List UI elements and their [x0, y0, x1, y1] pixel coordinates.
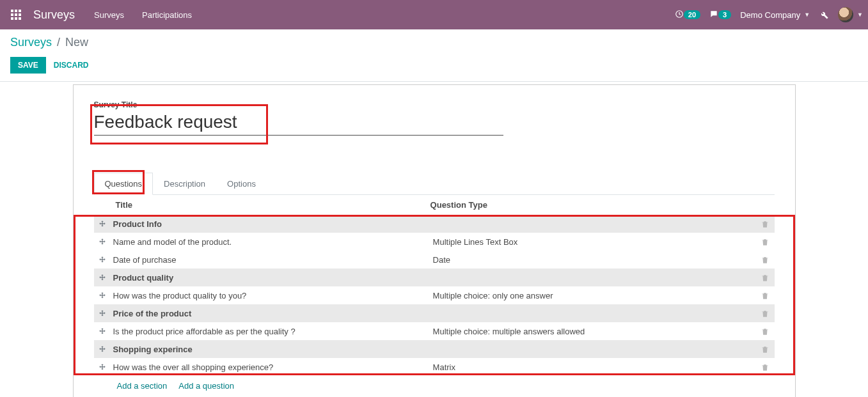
add-row-links: Add a section Add a question: [94, 376, 775, 391]
add-question-link[interactable]: Add a question: [178, 381, 234, 391]
row-type: Date: [430, 251, 755, 269]
col-type: Question Type: [430, 195, 755, 215]
drag-handle-icon[interactable]: [98, 237, 107, 246]
row-type: [430, 269, 755, 286]
nav-right: 20 3 Demo Company ▼ ▼: [675, 7, 863, 22]
discard-button[interactable]: Discard: [54, 61, 89, 70]
breadcrumb-sep: /: [57, 36, 60, 49]
survey-title-label: Survey Title: [94, 100, 775, 109]
tab-questions[interactable]: Questions: [94, 173, 154, 195]
row-title: How was the over all shopping experience…: [111, 358, 430, 376]
question-row[interactable]: How was the product quality to you?Multi…: [94, 286, 775, 304]
question-row[interactable]: Date of purchaseDate: [94, 251, 775, 269]
delete-icon[interactable]: [761, 326, 769, 336]
drag-handle-icon[interactable]: [98, 344, 107, 354]
tab-options[interactable]: Options: [216, 173, 267, 194]
drag-handle-icon[interactable]: [98, 326, 107, 336]
drag-handle-icon[interactable]: [98, 272, 107, 282]
row-title: Product quality: [111, 269, 430, 286]
delete-icon[interactable]: [761, 272, 769, 282]
question-row[interactable]: Name and model of the product.Multiple L…: [94, 233, 775, 251]
delete-icon[interactable]: [761, 219, 769, 228]
apps-icon[interactable]: [5, 4, 27, 26]
question-row[interactable]: How was the over all shopping experience…: [94, 358, 775, 376]
drag-handle-icon[interactable]: [98, 308, 107, 318]
clock-icon: [675, 10, 684, 20]
delete-icon[interactable]: [761, 308, 769, 318]
nav-link-participations[interactable]: Participations: [134, 5, 200, 25]
row-type: Matrix: [430, 358, 755, 376]
chat-badge: 3: [718, 10, 731, 19]
activity-indicator[interactable]: 20: [675, 10, 700, 20]
row-title: Product Info: [111, 215, 430, 233]
delete-icon[interactable]: [761, 290, 769, 300]
messaging-indicator[interactable]: 3: [709, 10, 731, 20]
drag-handle-icon[interactable]: [98, 290, 107, 300]
delete-icon[interactable]: [761, 344, 769, 354]
dev-tools-icon[interactable]: [819, 10, 829, 20]
navbar: Surveys Surveys Participations 20 3 Demo…: [0, 0, 868, 29]
row-title: How was the product quality to you?: [111, 286, 430, 304]
nav-link-surveys[interactable]: Surveys: [86, 5, 132, 25]
delete-icon[interactable]: [761, 254, 769, 264]
nav-menu: Surveys Participations: [86, 5, 200, 25]
delete-icon[interactable]: [761, 362, 769, 371]
row-type: [430, 304, 755, 322]
row-title: Date of purchase: [111, 251, 430, 269]
drag-handle-icon[interactable]: [98, 254, 107, 264]
drag-handle-icon[interactable]: [98, 219, 107, 228]
activity-badge: 20: [684, 10, 700, 19]
add-section-link[interactable]: Add a section: [117, 381, 168, 391]
row-title: Is the product price affordable as per t…: [111, 322, 430, 340]
chat-icon: [709, 10, 718, 20]
breadcrumb: Surveys / New: [10, 36, 858, 49]
save-button[interactable]: Save: [10, 57, 46, 74]
main-scroll[interactable]: Survey Title Questions Description Optio…: [0, 78, 868, 397]
section-row[interactable]: Product Info: [94, 215, 775, 233]
questions-table: Title Question Type Product InfoName and…: [94, 195, 775, 376]
drag-handle-icon[interactable]: [98, 362, 107, 371]
control-bar: Surveys / New Save Discard: [0, 29, 868, 82]
company-name: Demo Company: [740, 10, 800, 20]
row-type: Multiple Lines Text Box: [430, 233, 755, 251]
app-brand[interactable]: Surveys: [33, 8, 75, 22]
delete-icon[interactable]: [761, 237, 769, 246]
col-title: Title: [111, 195, 430, 215]
tab-description[interactable]: Description: [153, 173, 216, 194]
breadcrumb-current: New: [65, 36, 88, 49]
row-title: Shopping experince: [111, 340, 430, 358]
company-switcher[interactable]: Demo Company ▼: [740, 10, 810, 20]
tab-bar: Questions Description Options: [94, 173, 775, 195]
survey-title-input[interactable]: [94, 111, 503, 136]
form-actions: Save Discard: [10, 57, 858, 74]
avatar: [838, 7, 853, 22]
row-title: Name and model of the product.: [111, 233, 430, 251]
breadcrumb-root[interactable]: Surveys: [10, 36, 52, 49]
row-type: Multiple choice: only one answer: [430, 286, 755, 304]
row-title: Price of the product: [111, 304, 430, 322]
caret-down-icon: ▼: [804, 12, 810, 18]
user-menu[interactable]: ▼: [838, 7, 863, 22]
row-type: [430, 215, 755, 233]
section-row[interactable]: Product quality: [94, 269, 775, 286]
question-row[interactable]: Is the product price affordable as per t…: [94, 322, 775, 340]
row-type: [430, 340, 755, 358]
section-row[interactable]: Shopping experince: [94, 340, 775, 358]
caret-down-icon: ▼: [857, 12, 863, 18]
form-sheet: Survey Title Questions Description Optio…: [73, 84, 796, 397]
section-row[interactable]: Price of the product: [94, 304, 775, 322]
row-type: Multiple choice: multiple answers allowe…: [430, 322, 755, 340]
